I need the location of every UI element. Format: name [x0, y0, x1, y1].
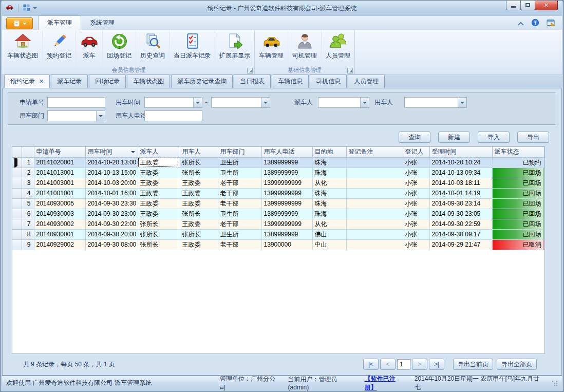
cell-registrar[interactable]: 小张	[403, 229, 429, 239]
cell-dest[interactable]: 珠海	[312, 167, 346, 178]
cell-dispatcher[interactable]: 王政委	[138, 178, 180, 188]
cell-registrar[interactable]: 小张	[403, 167, 429, 178]
row-number-header[interactable]	[22, 147, 34, 157]
cell-dispatcher[interactable]: 张所长	[138, 229, 180, 239]
cell-user[interactable]: 张所长	[180, 157, 218, 167]
cell-order[interactable]: 20141003001	[34, 178, 85, 188]
ribbon-button-reservation-register[interactable]: 预约登记	[43, 30, 76, 66]
doc-tab-personnel-management[interactable]: 人员管理	[348, 74, 385, 88]
cell-dest[interactable]: 珠海	[312, 209, 346, 219]
ribbon-button-vehicle-management[interactable]: 车辆管理	[255, 30, 288, 66]
doc-tab-history-query[interactable]: 派车历史记录查询	[171, 74, 233, 88]
chevron-down-icon[interactable]	[360, 98, 369, 107]
cell-note[interactable]	[346, 157, 403, 167]
phone-input[interactable]	[144, 110, 202, 121]
cell-time[interactable]: 2014-09-30 22:00	[85, 219, 138, 229]
ribbon-button-dispatch[interactable]: 派车	[76, 30, 103, 66]
cell-accept-time[interactable]: 2014-10-13 09:34	[429, 167, 492, 178]
cell-accept-time[interactable]: 2014-10-01 14:19	[429, 188, 492, 198]
doc-tab-daily-report[interactable]: 当日报表	[234, 74, 271, 88]
cell-user[interactable]: 王政委	[180, 188, 218, 198]
cell-accept-time[interactable]: 2014-09-29 21:47	[429, 239, 492, 250]
sort-arrow-icon[interactable]	[131, 151, 135, 153]
prev-page-button[interactable]: <	[380, 359, 396, 370]
cell-dept[interactable]: 卫生所	[218, 157, 261, 167]
cell-registrar[interactable]: 小张	[403, 219, 429, 229]
export-all-pages-button[interactable]: 导出全部页	[497, 359, 537, 370]
doc-tab-driver-info[interactable]: 司机信息	[310, 74, 347, 88]
cell-time[interactable]: 2014-10-13 15:00	[85, 167, 138, 178]
cell-note[interactable]	[346, 188, 403, 198]
col-header-status[interactable]: 派车状态	[492, 147, 544, 157]
cell-registrar[interactable]: 小张	[403, 198, 429, 209]
cell-phone[interactable]: 13999999999	[261, 198, 312, 209]
cell-phone[interactable]: 13900000	[261, 239, 312, 250]
cell-dispatcher[interactable]: 王政委	[138, 167, 180, 178]
user-combo[interactable]	[404, 97, 467, 108]
cell-phone[interactable]: 1389999999	[261, 157, 312, 167]
import-button[interactable]: 导入	[478, 132, 510, 143]
table-row[interactable]: 3 20141003001 2014-10-03 20:00 王政委 王政委 老…	[12, 178, 544, 188]
dialog-launcher-icon[interactable]	[247, 68, 253, 73]
cell-user[interactable]: 王政委	[180, 219, 218, 229]
col-header-phone[interactable]: 用车人电话	[261, 147, 312, 157]
cell-accept-time[interactable]: 2014-10-03 18:11	[429, 178, 492, 188]
cell-order[interactable]: 20141001001	[34, 188, 85, 198]
cell-phone[interactable]: 13999999999	[261, 188, 312, 198]
ribbon-button-return-register[interactable]: 回场登记	[103, 30, 136, 66]
cell-status[interactable]: 已取消	[492, 239, 544, 250]
cell-dept[interactable]: 老干部	[218, 219, 261, 229]
doc-tab-return-records[interactable]: 回场记录	[89, 74, 126, 88]
cell-dispatcher-focused[interactable]: 王政委	[138, 157, 180, 167]
cell-status[interactable]: 已回场	[492, 229, 544, 239]
table-row[interactable]: 8 20140930001 2014-09-30 20:00 张所长 张所长 卫…	[12, 229, 544, 239]
cell-dept[interactable]: 卫生所	[218, 167, 261, 178]
page-number-input[interactable]	[397, 359, 410, 370]
cell-note[interactable]	[346, 209, 403, 219]
cell-dept[interactable]: 老干部	[218, 198, 261, 209]
cell-dept[interactable]: 老干部	[218, 239, 261, 250]
cell-status[interactable]: 已回场	[492, 167, 544, 178]
cell-time[interactable]: 2014-09-30 08:00	[85, 239, 138, 250]
ribbon-button-personnel-management[interactable]: 人员管理	[322, 30, 354, 66]
cell-note[interactable]	[346, 229, 403, 239]
cell-row-number[interactable]: 1	[22, 157, 34, 167]
col-header-dispatcher[interactable]: 派车人	[138, 147, 180, 157]
ribbon-button-today-dispatch-records[interactable]: 当日派车记录	[170, 30, 215, 66]
cell-user[interactable]: 张所长	[180, 229, 218, 239]
cell-status[interactable]: 已回场	[492, 219, 544, 229]
cell-dispatcher[interactable]: 王政委	[138, 198, 180, 209]
cell-registrar[interactable]: 小张	[403, 178, 429, 188]
use-time-to-combo[interactable]	[211, 97, 270, 108]
cell-dest[interactable]: 珠海	[312, 188, 346, 198]
cell-row-number[interactable]: 7	[22, 219, 34, 229]
col-header-user[interactable]: 用车人	[180, 147, 218, 157]
cell-user[interactable]: 王政委	[180, 198, 218, 209]
cell-order[interactable]: 20140930005	[34, 198, 85, 209]
application-no-input[interactable]	[47, 97, 105, 108]
cell-phone[interactable]: 13999999999	[261, 219, 312, 229]
cell-note[interactable]	[346, 178, 403, 188]
cell-note[interactable]	[346, 219, 403, 229]
doc-tab-vehicle-info[interactable]: 车辆信息	[272, 74, 309, 88]
cell-accept-time[interactable]: 2014-09-30 22:59	[429, 219, 492, 229]
cell-dest[interactable]: 佛山	[312, 229, 346, 239]
cell-dispatcher[interactable]: 张所长	[138, 239, 180, 250]
cell-dispatcher[interactable]: 王政委	[138, 209, 180, 219]
col-header-time[interactable]: 用车时间	[85, 147, 138, 157]
col-header-registrar[interactable]: 登记人	[403, 147, 429, 157]
cell-dispatcher[interactable]: 王政委	[138, 188, 180, 198]
application-menu-button[interactable]	[6, 17, 33, 29]
col-header-accept-time[interactable]: 受理时间	[429, 147, 492, 157]
col-header-order[interactable]: 申请单号	[34, 147, 85, 157]
cell-phone[interactable]: 13999999999	[261, 178, 312, 188]
about-window-icon[interactable]	[547, 18, 556, 28]
cell-status[interactable]: 已预约	[492, 157, 544, 167]
cell-dept[interactable]: 卫生所	[218, 209, 261, 219]
ribbon-button-history-query[interactable]: 历史查询	[136, 30, 170, 66]
cell-order[interactable]: 20140930001	[34, 229, 85, 239]
row-indicator-header[interactable]	[12, 147, 22, 157]
quick-access-layout-icon[interactable]	[23, 4, 30, 13]
maximize-button[interactable]	[520, 1, 535, 10]
export-button[interactable]: 导出	[517, 132, 549, 143]
